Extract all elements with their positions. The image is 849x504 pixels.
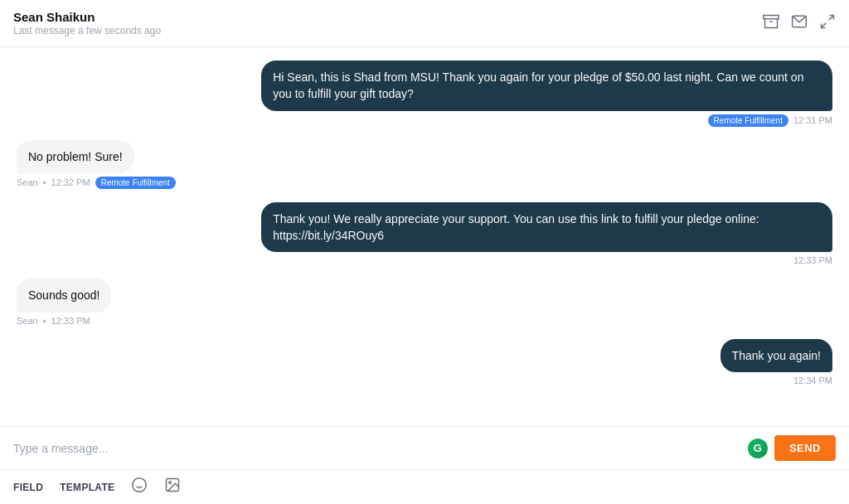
message-bubble: Sounds good! xyxy=(17,279,111,312)
svg-line-4 xyxy=(822,22,827,27)
message-row: Thank you again! 12:34 PM xyxy=(17,339,832,385)
contact-info: Sean Shaikun Last message a few seconds … xyxy=(13,10,161,36)
header-actions xyxy=(763,13,836,34)
message-bubble: No problem! Sure! xyxy=(17,140,134,173)
message-row: No problem! Sure! Sean • 12:32 PM Remote… xyxy=(17,140,832,189)
message-time: 12:33 PM xyxy=(793,255,832,265)
message-toolbar: FIELD TEMPLATE xyxy=(0,469,849,504)
remote-fulfillment-badge: Remote Fulfillment xyxy=(95,177,176,189)
message-input-area: G SEND xyxy=(0,426,849,469)
message-meta: Sean • 12:32 PM Remote Fulfillment xyxy=(17,177,176,189)
meta-dot: • xyxy=(43,316,46,326)
svg-rect-0 xyxy=(764,15,779,18)
image-icon[interactable] xyxy=(164,477,181,497)
message-row: Sounds good! Sean • 12:33 PM xyxy=(17,279,832,325)
remote-fulfillment-badge: Remote Fulfillment xyxy=(708,114,788,127)
message-bubble: Hi Sean, this is Shad from MSU! Thank yo… xyxy=(261,61,832,111)
message-time: 12:33 PM xyxy=(51,316,90,326)
svg-line-3 xyxy=(829,15,834,20)
sender-name: Sean xyxy=(17,177,38,187)
message-meta: 12:34 PM xyxy=(793,376,832,385)
svg-point-5 xyxy=(133,478,147,492)
field-button[interactable]: FIELD xyxy=(13,482,43,493)
message-time: 12:32 PM xyxy=(51,177,90,187)
svg-point-9 xyxy=(169,482,172,484)
last-message-time: Last message a few seconds ago xyxy=(13,25,161,36)
emoji-icon[interactable] xyxy=(131,477,148,497)
meta-dot: • xyxy=(43,177,46,187)
message-row: Thank you! We really appreciate your sup… xyxy=(17,202,832,266)
message-bubble: Thank you! We really appreciate your sup… xyxy=(261,202,832,253)
chat-header: Sean Shaikun Last message a few seconds … xyxy=(0,0,849,47)
message-row: Hi Sean, this is Shad from MSU! Thank yo… xyxy=(17,61,832,127)
message-meta: 12:33 PM xyxy=(793,255,832,265)
message-meta: Sean • 12:33 PM xyxy=(17,316,90,326)
grammarly-icon: G xyxy=(748,439,768,458)
message-meta: Remote Fulfillment 12:31 PM xyxy=(708,114,832,127)
sender-name: Sean xyxy=(17,316,38,326)
template-button[interactable]: TEMPLATE xyxy=(60,482,114,493)
expand-icon[interactable] xyxy=(819,13,836,34)
archive-icon[interactable] xyxy=(763,13,779,34)
chat-messages: Hi Sean, this is Shad from MSU! Thank yo… xyxy=(0,47,849,426)
message-input[interactable] xyxy=(13,442,741,455)
mail-icon[interactable] xyxy=(791,13,808,34)
message-time: 12:31 PM xyxy=(793,115,832,125)
contact-name: Sean Shaikun xyxy=(13,10,161,24)
send-button[interactable]: SEND xyxy=(774,435,836,461)
message-bubble: Thank you again! xyxy=(720,339,832,372)
message-time: 12:34 PM xyxy=(793,376,832,385)
